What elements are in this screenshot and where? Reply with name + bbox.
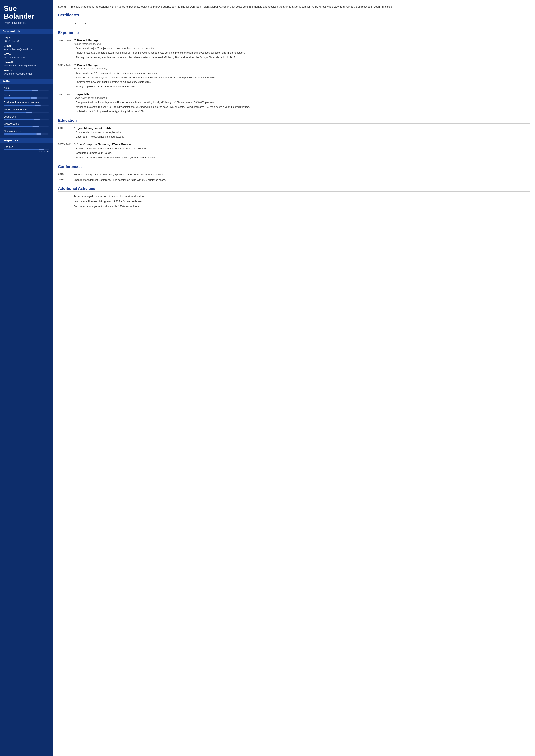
linkedin-label: LinkedIn xyxy=(4,61,49,64)
skill-name: Agile xyxy=(4,87,49,90)
twitter-label: Twitter xyxy=(4,69,49,72)
education-detail: Project Management InstituteCommended by… xyxy=(73,126,529,139)
certificate-item: PMP—PMI xyxy=(58,21,529,26)
skill-bar xyxy=(4,90,49,91)
conference-item: 2018Northeast Shingo Lean Conference, Sp… xyxy=(58,173,529,176)
skill-bar xyxy=(4,126,49,127)
experience-title: Experience xyxy=(58,31,529,36)
experience-detail: IT SpecialistRigas-Bratland Manufacturin… xyxy=(73,93,529,114)
skill-bar xyxy=(4,97,49,98)
activities-title: Additional Activities xyxy=(58,186,529,192)
education-section: Education 2012Project Management Institu… xyxy=(58,118,529,160)
experience-detail: IT Project ManagerRigas-Bratland Manufac… xyxy=(73,63,529,89)
education-bullet: Commended by instructor for Agile skills… xyxy=(73,130,529,134)
conference-text: Northeast Shingo Lean Conference, Spoke … xyxy=(73,173,529,176)
personal-info-section-title: Personal Info xyxy=(0,29,52,34)
conferences-section: Conferences 2018Northeast Shingo Lean Co… xyxy=(58,164,529,182)
skill-bar-accent xyxy=(36,133,42,135)
phone-label: Phone xyxy=(4,36,49,39)
education-date: 2007 - 2011 xyxy=(58,143,73,160)
activity-item: Lead competitive road biking team of 20 … xyxy=(58,200,529,203)
education-bullet: Managed student project to upgrade compu… xyxy=(73,156,529,160)
www-label: WWW xyxy=(4,53,49,56)
skill-bar-fill xyxy=(4,126,33,127)
experience-bullet: Initiated project for improved security,… xyxy=(73,109,529,113)
skill-bar xyxy=(4,105,49,106)
languages-section-title: Languages xyxy=(0,138,52,143)
experience-bullet: Implemented Six Sigma and Lean Training … xyxy=(73,51,529,55)
skill-item: Scrum xyxy=(4,94,49,98)
education-item: 2007 - 2011B.S. in Computer Science, UMa… xyxy=(58,143,529,160)
experience-detail: IT Project ManagerAccurit International,… xyxy=(73,39,529,60)
education-institution: B.S. in Computer Science, UMass Boston xyxy=(73,143,529,146)
skill-bar-accent xyxy=(34,119,40,120)
activity-item: Run project management podcast with 2,50… xyxy=(58,204,529,208)
skill-name: Collaboration xyxy=(4,122,49,125)
candidate-title: PMP, IT Specialist xyxy=(4,21,49,24)
skill-item: Vendor Management xyxy=(4,108,49,113)
education-bullet: Graduated Summa Cum Laude. xyxy=(73,151,529,155)
skill-name: Vendor Management xyxy=(4,108,49,111)
education-item: 2012Project Management InstituteCommende… xyxy=(58,126,529,139)
experience-bullet: Managed project to replace 100+ aging wo… xyxy=(73,105,529,109)
email-value: sueqbolander@gmail.com xyxy=(4,48,49,51)
skill-bar xyxy=(4,133,49,135)
languages-section: SpanishAdvanced xyxy=(4,146,49,153)
experience-company: Rigas-Bratland Manufacturing xyxy=(73,96,529,99)
experience-bullet: Oversaw all major IT projects for 4+ yea… xyxy=(73,46,529,50)
skill-bar-accent xyxy=(35,105,41,106)
main-content: Strong IT Project Management Professiona… xyxy=(52,0,535,756)
personal-info-section: Phone 508-312-7122 E-mail sueqbolander@g… xyxy=(4,36,49,75)
activity-item: Project-managed construction of new cat … xyxy=(58,194,529,198)
experience-bullet: Through implementing standardized work a… xyxy=(73,55,529,59)
skill-name: Leadership xyxy=(4,115,49,118)
skill-bar-fill xyxy=(4,133,36,135)
skill-bar-accent xyxy=(32,90,39,91)
experience-section: Experience 2014 - 2018IT Project Manager… xyxy=(58,31,529,114)
language-name: Spanish xyxy=(4,146,49,148)
experience-item: 2012 - 2014IT Project ManagerRigas-Bratl… xyxy=(58,63,529,89)
experience-job-title: IT Project Manager xyxy=(73,39,529,42)
education-bullet: Received the Wilson Independent Study Aw… xyxy=(73,147,529,150)
skill-item: Collaboration xyxy=(4,122,49,127)
experience-item: 2011 - 2012IT SpecialistRigas-Bratland M… xyxy=(58,93,529,114)
linkedin-value: linkedin.com/in/sueqbolander xyxy=(4,64,49,67)
experience-date: 2014 - 2018 xyxy=(58,39,73,60)
experience-bullet: Ran project to install hour-by-hour WIP … xyxy=(73,100,529,104)
language-bar-accent xyxy=(39,149,44,150)
experience-company: Accurit International, Inc. xyxy=(73,42,529,45)
language-bar xyxy=(4,149,49,150)
skill-bar-fill xyxy=(4,112,26,113)
skills-section: AgileScrumBusiness Process ImprovementVe… xyxy=(4,87,49,135)
education-detail: B.S. in Computer Science, UMass BostonRe… xyxy=(73,143,529,160)
candidate-name: Sue Bolander xyxy=(4,5,49,20)
skill-name: Communication xyxy=(4,130,49,133)
education-bullet: Excelled in Project Scheduling coursewor… xyxy=(73,135,529,139)
skill-item: Agile xyxy=(4,87,49,91)
skill-item: Business Process Improvement xyxy=(4,101,49,106)
experience-bullet: Switched all 235 employees to new schedu… xyxy=(73,76,529,79)
language-level: Advanced xyxy=(4,150,49,153)
experience-job-title: IT Specialist xyxy=(73,93,529,96)
skill-bar xyxy=(4,119,49,120)
skills-section-title: Skills xyxy=(0,79,52,84)
skill-name: Scrum xyxy=(4,94,49,96)
language-item: SpanishAdvanced xyxy=(4,146,49,153)
conference-item: 2016Change Management Conference, Led se… xyxy=(58,178,529,182)
skill-bar-fill xyxy=(4,105,35,106)
experience-date: 2012 - 2014 xyxy=(58,63,73,89)
experience-bullet: Managed project to train all IT staff in… xyxy=(73,85,529,89)
summary-text: Strong IT Project Management Professiona… xyxy=(58,5,529,9)
skill-name: Business Process Improvement xyxy=(4,101,49,104)
experience-job-title: IT Project Manager xyxy=(73,63,529,67)
conference-text: Change Management Conference, Led sessio… xyxy=(73,178,529,182)
skill-bar-fill xyxy=(4,119,34,120)
conference-date: 2016 xyxy=(58,178,73,182)
phone-value: 508-312-7122 xyxy=(4,40,49,42)
skill-bar xyxy=(4,112,49,113)
skill-item: Leadership xyxy=(4,115,49,120)
certificates-section: Certificates PMP—PMI xyxy=(58,13,529,26)
activities-section: Additional Activities Project-managed co… xyxy=(58,186,529,208)
skill-bar-fill xyxy=(4,97,31,98)
conference-date: 2018 xyxy=(58,173,73,176)
